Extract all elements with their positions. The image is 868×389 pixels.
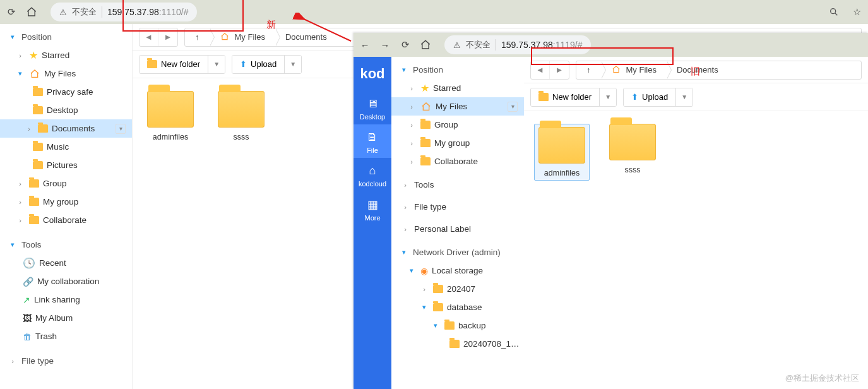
search-icon[interactable] [828,6,840,18]
chevron-down-icon: ▾ [15,69,25,78]
sidebar-item-filetype[interactable]: › File type [391,198,524,216]
browser-bar-2: ← → ⟳ ⚠ 不安全 159.75.37.98:1119/# [354,33,868,57]
folder-icon [433,285,443,293]
sidebar-item-mygroup[interactable]: › My group [391,134,524,152]
sidebar-item-database[interactable]: ▾ database [391,298,524,316]
folder-icon [33,143,43,151]
rail-file[interactable]: 🗎 File [354,124,391,158]
sidebar-item-personal-label[interactable]: › Personal Label [391,220,524,238]
file-icon: 🗎 [367,131,378,144]
sidebar-item-group[interactable]: › Group [0,174,132,193]
chevron-right-icon: › [407,85,417,92]
sidebar-item-linkshare[interactable]: ↗ Link sharing [0,290,132,309]
sidebar-item-tools[interactable]: › Tools [391,176,524,194]
crumb-up[interactable]: ↑ [576,61,601,79]
folder-item[interactable]: ssss [213,91,269,141]
sidebar-item-myfiles[interactable]: › My Files ▾ [391,97,524,116]
not-secure-label: 不安全 [466,39,490,51]
home-icon [220,32,231,42]
star-icon: ★ [29,49,38,61]
sidebar-item-collaborate[interactable]: › Collaborate [0,211,132,229]
folder-icon [33,161,43,169]
sidebar-item-group[interactable]: › Group [391,116,524,134]
chevron-right-icon: › [24,125,34,133]
folder-icon [147,91,194,128]
back-button[interactable]: ◄ [531,61,550,79]
sidebar-item-privacy-safe[interactable]: Privacy safe [0,83,132,101]
sidebar-item-recent[interactable]: 🕓 Recent [0,254,132,272]
home-icon[interactable] [25,6,38,18]
folder-item[interactable]: adminfiles [143,91,198,141]
sidebar-item-localstorage[interactable]: ▾ ◉ Local storage [391,261,524,280]
new-folder-button[interactable]: New folder [531,88,599,106]
sidebar-item-backup[interactable]: ▾ backup [391,316,524,335]
forward-button[interactable]: ► [550,61,569,79]
upload-button[interactable]: ⬆ Upload [624,88,675,106]
sidebar-item-pictures[interactable]: Pictures [0,156,132,174]
reload-icon[interactable]: ⟳ [5,6,18,18]
folder-item[interactable]: adminfiles [534,124,590,181]
sidebar-item-mycollab[interactable]: 🔗 My collaboration [0,272,132,290]
crumb-up[interactable]: ↑ [185,28,210,46]
new-folder-button[interactable]: New folder [140,56,208,73]
upload-dropdown[interactable]: ▼ [675,88,693,106]
sidebar-item-myfiles[interactable]: ▾ My Files [0,64,132,83]
sidebar-item-collaborate[interactable]: › Collaborate [391,152,524,171]
section-position[interactable]: ▾ Position [0,28,132,46]
chevron-right-icon: › [400,225,410,233]
up-icon: ↑ [586,65,591,75]
desktop-icon: 🖥 [367,97,378,111]
new-folder-dropdown[interactable]: ▼ [208,56,225,73]
sidebar-item-trash[interactable]: 🗑 Trash [0,327,132,345]
rail-desktop[interactable]: 🖥 Desktop [354,91,391,124]
crumb-myfiles[interactable]: My Files [210,28,275,46]
chevron-down-icon: ▾ [399,248,409,256]
sidebar-item-desktop[interactable]: Desktop [0,101,132,119]
back-icon[interactable]: ← [359,39,371,51]
not-secure-label: 不安全 [72,6,97,18]
crumb-documents[interactable]: Documents [667,61,728,79]
sidebar-item-snapshot[interactable]: 20240708_174... [391,335,524,353]
new-folder-button-group: New folder ▼ [530,88,617,107]
dropdown-handle[interactable]: ▾ [508,102,518,112]
reload-icon[interactable]: ⟳ [399,39,412,51]
folder-icon [147,60,157,68]
chevron-right-icon: › [15,198,25,206]
upload-dropdown[interactable]: ▼ [284,56,301,73]
star-icon[interactable]: ☆ [850,6,863,18]
rail-kodcloud[interactable]: ⌂ kodcloud [354,158,391,191]
sidebar-item-documents[interactable]: › Documents ▾ [0,119,132,138]
section-filetype[interactable]: › File type [0,352,132,370]
sidebar-item-starred[interactable]: › ★ Starred [0,46,132,64]
dropdown-handle[interactable]: ▾ [116,124,126,134]
sidebar-item-mygroup[interactable]: › My group [0,193,132,211]
home-icon [29,69,40,79]
disk-icon: ◉ [420,266,428,276]
sidebar-item-202407[interactable]: › 202407 [391,280,524,298]
back-button[interactable]: ◄ [140,28,158,46]
sidebar-item-album[interactable]: 🖼 My Album [0,309,132,327]
svg-point-0 [831,9,836,14]
new-folder-dropdown[interactable]: ▼ [599,88,616,106]
address-bar-2[interactable]: ⚠ 不安全 159.75.37.98:1119/# [444,35,591,54]
folder-icon [449,340,460,348]
folder-item[interactable]: ssss [605,124,660,181]
section-position[interactable]: ▾ Position [391,61,524,79]
rail-more[interactable]: ▦ More [354,191,391,225]
section-network-driver[interactable]: ▾ Network Driver (admin) [391,243,524,261]
folder-icon [38,124,48,133]
watermark: @稀土掘金技术社区 [785,373,859,384]
forward-icon[interactable]: → [379,39,391,51]
crumb-documents[interactable]: Documents [275,28,337,46]
section-tools[interactable]: ▾ Tools [0,236,132,254]
warning-icon: ⚠ [453,40,461,50]
cloud-home-icon: ⌂ [369,164,376,177]
chevron-down-icon: ▾ [431,321,441,330]
sidebar-item-starred[interactable]: › ★ Starred [391,79,524,97]
address-bar-1[interactable]: ⚠ 不安全 159.75.37.98:1110/# [51,3,197,21]
home-icon[interactable] [419,39,432,51]
upload-button[interactable]: ⬆ Upload [232,56,284,73]
forward-button[interactable]: ► [158,28,177,46]
crumb-myfiles[interactable]: My Files [601,61,667,79]
sidebar-item-music[interactable]: Music [0,138,132,156]
